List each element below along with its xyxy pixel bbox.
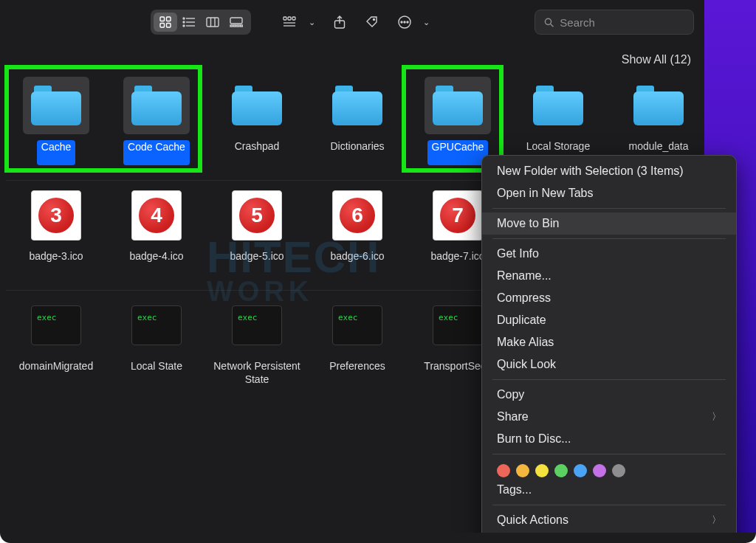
- chevron-down-icon: ⌄: [309, 18, 315, 27]
- menu-item-burn[interactable]: Burn to Disc...: [482, 428, 736, 450]
- svg-rect-15: [234, 25, 236, 27]
- badge-icon: 7: [433, 190, 483, 241]
- folder-item[interactable]: Crashpad: [207, 77, 307, 165]
- menu-item-move-to-bin[interactable]: Move to Bin: [482, 212, 736, 235]
- folder-item[interactable]: Cache: [6, 77, 106, 165]
- view-list-button[interactable]: [177, 13, 201, 32]
- svg-rect-17: [241, 25, 243, 27]
- tag-dot-blue[interactable]: [574, 464, 587, 477]
- file-item[interactable]: exec Local State: [106, 297, 207, 386]
- view-gallery-button[interactable]: [224, 13, 248, 32]
- item-label: badge-6.ico: [330, 250, 384, 275]
- tag-dot-purple[interactable]: [593, 464, 606, 477]
- menu-item-make-alias[interactable]: Make Alias: [482, 331, 736, 353]
- folder-item[interactable]: module_data: [608, 77, 709, 165]
- svg-rect-18: [284, 17, 286, 20]
- item-label: Code Cache: [123, 140, 190, 165]
- folder-item[interactable]: Local Storage: [508, 77, 608, 165]
- exec-icon: exec: [433, 305, 483, 345]
- menu-item-copy[interactable]: Copy: [482, 384, 736, 406]
- svg-rect-16: [237, 25, 239, 27]
- item-label: badge-4.ico: [129, 250, 183, 275]
- svg-rect-20: [292, 17, 295, 20]
- svg-point-24: [374, 19, 375, 21]
- folder-item[interactable]: GPUCache: [408, 77, 508, 165]
- file-item[interactable]: 6 badge-6.ico: [307, 187, 408, 275]
- svg-rect-14: [230, 25, 233, 27]
- item-label: domainMigrated: [19, 360, 93, 385]
- folder-item[interactable]: Dictionaries: [307, 77, 408, 165]
- badge-icon: 3: [31, 190, 81, 241]
- file-item[interactable]: 5 badge-5.ico: [207, 187, 307, 275]
- file-item[interactable]: exec Network Persistent State: [207, 297, 307, 386]
- folder-icon: [232, 86, 282, 125]
- badge-icon: 5: [232, 190, 282, 241]
- badge-icon: 4: [131, 190, 182, 241]
- chevron-right-icon: 〉: [712, 410, 721, 423]
- menu-item-new-folder[interactable]: New Folder with Selection (3 Items): [482, 160, 736, 182]
- menu-item-compress[interactable]: Compress: [482, 287, 736, 309]
- svg-rect-3: [167, 24, 171, 28]
- item-label: Dictionaries: [330, 140, 384, 165]
- more-actions-button[interactable]: [392, 10, 417, 35]
- menu-item-get-info[interactable]: Get Info: [482, 243, 736, 265]
- folder-icon: [433, 86, 483, 125]
- menu-item-open-tabs[interactable]: Open in New Tabs: [482, 182, 736, 204]
- svg-rect-19: [288, 17, 291, 20]
- menu-item-quick-look[interactable]: Quick Look: [482, 353, 736, 376]
- menu-item-share[interactable]: Share〉: [482, 406, 736, 428]
- svg-rect-0: [160, 17, 165, 21]
- svg-point-27: [404, 21, 405, 23]
- window-bottom-edge: [0, 533, 756, 543]
- tag-dot-red[interactable]: [497, 464, 510, 477]
- file-item[interactable]: exec Preferences: [307, 297, 408, 386]
- search-field[interactable]: [535, 10, 694, 35]
- svg-rect-10: [207, 18, 219, 27]
- exec-icon: exec: [332, 305, 382, 345]
- svg-line-30: [551, 24, 554, 27]
- search-input[interactable]: [560, 16, 684, 29]
- tag-dot-green[interactable]: [554, 464, 568, 477]
- svg-point-29: [545, 18, 551, 24]
- badge-icon: 6: [332, 190, 382, 241]
- tag-dot-orange[interactable]: [516, 464, 529, 477]
- item-label: Local State: [131, 360, 182, 385]
- view-mode-segmented: [151, 10, 251, 35]
- menu-item-duplicate[interactable]: Duplicate: [482, 309, 736, 331]
- menu-item-quick-actions[interactable]: Quick Actions〉: [482, 509, 736, 531]
- item-label: Preferences: [329, 360, 385, 385]
- item-label: Crashpad: [235, 140, 280, 165]
- finder-toolbar: ⌄ ⌄: [0, 4, 704, 40]
- item-label: Network Persistent State: [207, 360, 307, 386]
- tags-button[interactable]: [360, 10, 385, 35]
- tag-dot-gray[interactable]: [612, 464, 625, 477]
- view-icons-button[interactable]: [154, 13, 177, 32]
- exec-icon: exec: [232, 305, 282, 345]
- tag-dot-yellow[interactable]: [535, 464, 549, 477]
- svg-point-26: [401, 21, 402, 23]
- svg-point-28: [407, 21, 408, 23]
- folder-icon: [131, 86, 182, 125]
- folder-icon: [633, 86, 684, 125]
- svg-point-4: [183, 18, 185, 19]
- show-all-link[interactable]: Show All (12): [622, 53, 691, 66]
- svg-rect-2: [160, 24, 165, 28]
- file-item[interactable]: 3 badge-3.ico: [6, 187, 106, 275]
- view-columns-button[interactable]: [201, 13, 224, 32]
- group-by-button[interactable]: [278, 10, 303, 35]
- chevron-right-icon: 〉: [712, 513, 721, 527]
- svg-point-8: [183, 25, 185, 27]
- menu-item-rename[interactable]: Rename...: [482, 265, 736, 287]
- item-label: GPUCache: [427, 140, 489, 165]
- tag-color-row[interactable]: [482, 458, 736, 479]
- svg-rect-1: [167, 17, 171, 21]
- folder-icon: [31, 86, 81, 125]
- menu-item-tags[interactable]: Tags...: [482, 479, 736, 501]
- exec-icon: exec: [131, 305, 182, 345]
- file-item[interactable]: 4 badge-4.ico: [106, 187, 207, 275]
- file-item[interactable]: exec domainMigrated: [6, 297, 106, 386]
- item-label: badge-5.ico: [230, 250, 284, 275]
- share-button[interactable]: [327, 10, 352, 35]
- item-label: Cache: [37, 140, 75, 165]
- folder-item[interactable]: Code Cache: [106, 77, 207, 165]
